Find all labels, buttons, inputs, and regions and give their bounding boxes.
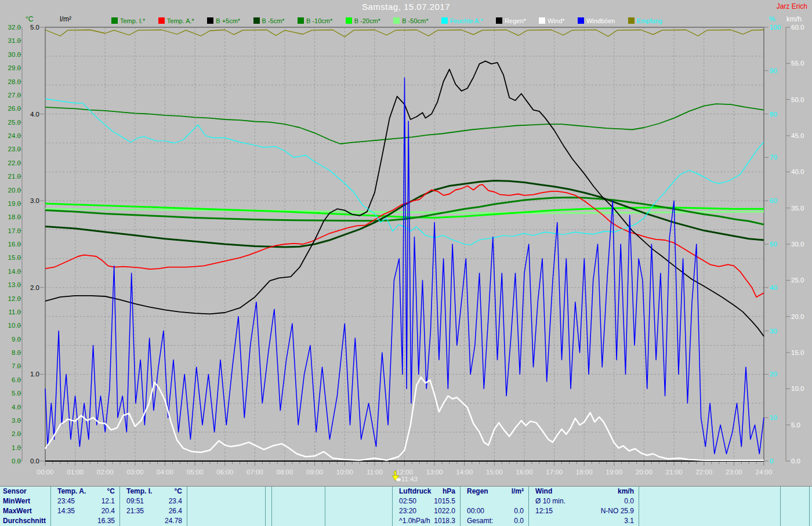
table-row-label: Sensor [0, 487, 50, 496]
tick-label-degC: 4.0 [12, 404, 21, 411]
table-row: 21:3526.4 [119, 506, 187, 516]
tick-label-degC: 19.0 [8, 200, 21, 207]
tick-label-kmh: 45.0 [791, 132, 804, 139]
table-row: Ø 10 min.0.0 [528, 496, 639, 506]
table-cell-time: 12:15 [528, 506, 553, 516]
summary-table: SensorMinWertMaxWertDurchschnittTemp. A.… [0, 486, 812, 526]
x-axis-label: 22:00 [695, 469, 712, 476]
table-cell-time [460, 496, 467, 506]
table-cell-time: 23:45 [50, 496, 75, 506]
x-axis-label: 10:00 [336, 469, 353, 476]
tick-label-degC: 25.0 [8, 119, 21, 126]
tick-label-degC: 14.0 [8, 268, 21, 275]
table-cell-time: 21:35 [119, 506, 144, 516]
tick-label-degC: 22.0 [8, 159, 21, 166]
table-column-luftdruck: LuftdruckhPa02:501015.523:201022.0^1.0hP… [392, 487, 460, 526]
table-separator [187, 487, 187, 526]
tick-label-pct: 10 [770, 414, 777, 421]
tick-label-degC: 12.0 [8, 295, 21, 302]
tick-label-kmh: 40.0 [791, 168, 804, 175]
tick-label-degC: 26.0 [8, 105, 21, 112]
tick-label-degC: 17.0 [8, 227, 21, 234]
x-axis-label: 18:00 [576, 469, 593, 476]
tick-label-pct: 40 [770, 284, 777, 291]
table-cell-value: 0.0 [624, 496, 639, 506]
table-row: 00:000.0 [460, 506, 528, 516]
table-separator [460, 487, 461, 526]
table-cell-value: 1015.5 [434, 496, 460, 506]
tick-label-lm2: 2.0 [30, 284, 39, 291]
table-separator [119, 487, 120, 526]
table-cell-time: 14:35 [50, 506, 75, 516]
tick-label-degC: 16.0 [8, 241, 21, 248]
x-axis-label: 11:00 [367, 469, 383, 476]
table-row: Gesamt:0.0 [460, 516, 528, 526]
tick-label-degC: 2.0 [12, 430, 21, 437]
table-separator [392, 487, 393, 526]
table-column-unit: °C [107, 487, 119, 496]
table-row: 14:3520.4 [50, 506, 119, 516]
table-separator [780, 487, 781, 526]
table-separator [528, 487, 529, 526]
x-axis-label: 16:00 [516, 469, 533, 476]
table-row-label: MinWert [0, 496, 50, 506]
x-axis-label: 06:00 [216, 469, 233, 476]
table-column-unit: °C [175, 487, 187, 496]
x-axis-label: 01:00 [67, 469, 84, 476]
table-cell-value: 1018.3 [434, 516, 460, 526]
tick-label-kmh: 50.0 [791, 96, 804, 103]
x-axis-label: 12:00 [396, 469, 413, 476]
tick-label-degC: 3.0 [12, 417, 21, 424]
tick-label-pct: 50 [770, 241, 777, 248]
table-row-label: Durchschnitt [0, 516, 50, 526]
tick-label-degC: 28.0 [8, 78, 21, 85]
tick-label-degC: 6.0 [12, 376, 21, 383]
table-cell-time: 23:20 [392, 506, 416, 516]
tick-label-degC: 18.0 [8, 213, 21, 220]
x-axis-label: 09:00 [306, 469, 323, 476]
tick-label-pct: 30 [770, 328, 777, 335]
table-column-wind: Windkm/hØ 10 min.0.012:15N-NO 25.93.1 [528, 487, 639, 526]
table-column-unit: hPa [443, 487, 460, 496]
tick-label-pct: 100 [770, 24, 781, 31]
table-cell-time: 02:50 [392, 496, 416, 506]
x-axis-label: 17:00 [546, 469, 563, 476]
table-column-name: Temp. I. [119, 487, 152, 496]
tick-label-kmh: 25.0 [791, 277, 804, 284]
tick-label-lm2: 5.0 [30, 24, 39, 31]
tick-label-pct: 0 [770, 458, 773, 465]
table-cell-time [119, 516, 126, 526]
table-column-unit: l/m² [512, 487, 528, 496]
tick-label-degC: 11.0 [8, 309, 21, 315]
tick-label-degC: 15.0 [8, 254, 21, 261]
table-row: 23:4512.1 [50, 496, 119, 506]
table-cell-value: N-NO 25.9 [601, 506, 639, 516]
tick-label-degC: 7.0 [12, 362, 21, 369]
tick-label-degC: 20.0 [8, 187, 21, 194]
weather-chart: 32.031.030.029.028.027.026.025.024.023.0… [0, 0, 812, 486]
table-separator [265, 487, 266, 526]
tick-label-kmh: 55.0 [791, 60, 804, 67]
tick-label-pct: 80 [770, 111, 777, 118]
table-cell-value: 3.1 [624, 516, 639, 526]
table-row: 12:15N-NO 25.9 [528, 506, 639, 516]
table-column-temp-a: Temp. A.°C23:4512.114:3520.416.35 [50, 487, 119, 526]
x-axis-label: 15:00 [486, 469, 503, 476]
tick-label-lm2: 3.0 [30, 197, 39, 204]
table-cell-value: 0.0 [514, 506, 528, 516]
table-separator [809, 487, 810, 526]
table-column-name: Temp. A. [50, 487, 86, 496]
table-cell-time [528, 516, 535, 526]
tick-label-degC: 13.0 [8, 281, 21, 288]
table-separator [639, 487, 639, 526]
table-cell-value: 24.78 [165, 516, 187, 526]
table-row: 23:201022.0 [392, 506, 460, 516]
tick-label-kmh: 0.0 [791, 458, 800, 465]
table-column-temp-i: Temp. I.°C09:5123.421:3526.424.78 [119, 487, 187, 526]
table-cell-time: 09:51 [119, 496, 144, 506]
table-cell-time: Ø 10 min. [528, 496, 566, 506]
table-row: 24.78 [119, 516, 187, 526]
x-axis-label: 08:00 [277, 469, 293, 476]
tick-label-degC: 29.0 [8, 64, 21, 71]
tick-label-degC: 27.0 [8, 92, 21, 99]
